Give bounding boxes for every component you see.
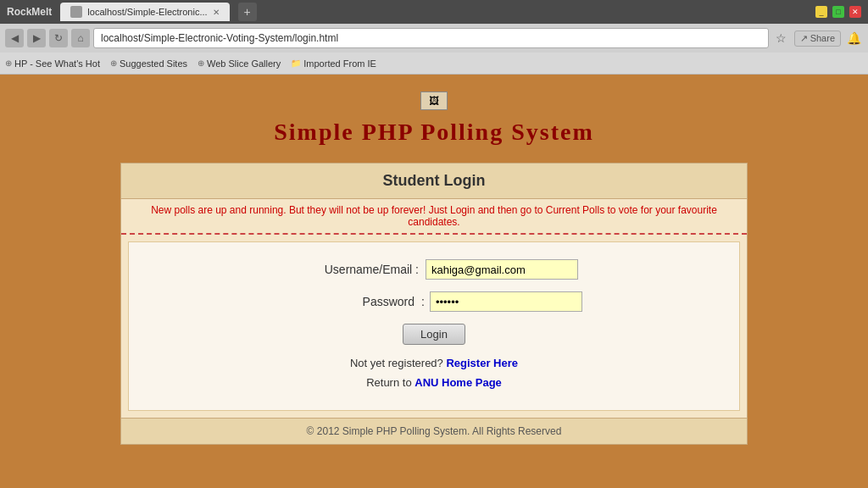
username-row: Username/Email : <box>146 259 722 280</box>
register-link[interactable]: Register Here <box>446 357 518 369</box>
bookmark-webslice-label: Web Slice Gallery <box>207 58 281 69</box>
bookmark-webslice-icon: ⊕ <box>198 58 204 68</box>
username-input[interactable] <box>426 259 578 280</box>
page-content: 🖼 Simple PHP Polling System Student Logi… <box>0 75 868 462</box>
bookmark-suggested-icon: ⊕ <box>110 58 117 68</box>
forward-button[interactable]: ▶ <box>27 29 46 47</box>
share-icon: ↗ <box>800 33 808 44</box>
back-button[interactable]: ◀ <box>5 29 24 47</box>
home-line: Return to ANU Home Page <box>146 373 722 392</box>
login-container: Student Login New polls are up and runni… <box>120 163 748 445</box>
not-registered-text: Not yet registered? <box>350 357 443 369</box>
password-colon: : <box>421 295 430 308</box>
browser-tab[interactable]: localhost/Simple-Electronic... ✕ <box>60 3 229 21</box>
login-header-title: Student Login <box>383 172 486 189</box>
close-button[interactable]: ✕ <box>849 6 861 18</box>
tab-title: localhost/Simple-Electronic... <box>87 7 207 17</box>
login-body: Username/Email : Password : Login Not ye… <box>128 241 740 411</box>
minimize-button[interactable]: _ <box>815 6 827 18</box>
register-line: Not yet registered? Register Here <box>146 353 722 373</box>
home-link[interactable]: ANU Home Page <box>415 376 502 389</box>
password-row: Password : <box>146 291 722 312</box>
login-links: Not yet registered? Register Here Return… <box>146 353 722 393</box>
bookmark-imported[interactable]: 📁 Imported From IE <box>291 58 376 69</box>
browser-brand: RockMelt <box>7 6 52 18</box>
tab-favicon <box>70 6 82 18</box>
refresh-button[interactable]: ↻ <box>49 29 68 47</box>
tab-close-button[interactable]: ✕ <box>213 8 220 17</box>
share-button[interactable]: ↗ Share <box>794 30 841 47</box>
bookmark-imported-label: Imported From IE <box>303 58 376 69</box>
bookmark-hp-label: HP - See What's Hot <box>14 58 100 69</box>
bookmark-hp[interactable]: ⊕ HP - See What's Hot <box>5 58 100 69</box>
bookmark-suggested-label: Suggested Sites <box>120 58 187 69</box>
address-bar[interactable]: localhost/Simple-Electronic-Voting-Syste… <box>93 28 769 48</box>
page-title: Simple PHP Polling System <box>274 119 593 146</box>
page-icon-symbol: 🖼 <box>429 95 439 107</box>
password-label: Password <box>286 295 421 308</box>
login-header: Student Login <box>121 164 747 199</box>
share-label: Share <box>810 33 835 43</box>
maximize-button[interactable]: □ <box>832 6 844 18</box>
bookmark-imported-icon: 📁 <box>291 58 301 68</box>
bookmarks-bar: ⊕ HP - See What's Hot ⊕ Suggested Sites … <box>0 53 868 75</box>
username-label: Username/Email : <box>290 263 426 276</box>
bookmark-hp-icon: ⊕ <box>5 58 12 68</box>
login-footer: © 2012 Simple PHP Polling System. All Ri… <box>121 418 747 444</box>
home-button[interactable]: ⌂ <box>71 29 90 47</box>
bell-icon[interactable]: 🔔 <box>844 29 863 47</box>
return-text: Return to <box>366 376 411 389</box>
password-input[interactable] <box>430 291 582 312</box>
new-tab-button[interactable]: + <box>238 3 257 21</box>
address-url: localhost/Simple-Electronic-Voting-Syste… <box>101 32 338 44</box>
bookmark-webslice[interactable]: ⊕ Web Slice Gallery <box>198 58 281 69</box>
login-button[interactable]: Login <box>403 324 465 345</box>
login-notice: New polls are up and running. But they w… <box>121 199 747 235</box>
page-icon: 🖼 <box>420 92 448 110</box>
bookmark-suggested[interactable]: ⊕ Suggested Sites <box>110 58 187 69</box>
star-icon[interactable]: ☆ <box>772 29 791 47</box>
login-btn-row: Login <box>146 324 722 345</box>
